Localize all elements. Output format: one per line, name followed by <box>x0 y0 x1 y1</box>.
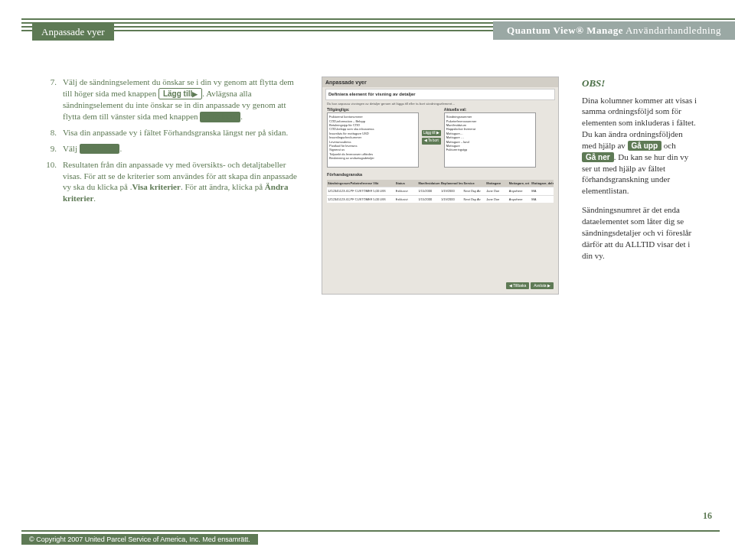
note-heading: OBS! <box>582 77 697 90</box>
right-list-label: Aktuella val: <box>444 107 536 112</box>
note-para2: Sändningsnumret är det enda dataelemente… <box>582 204 697 261</box>
main-content: 7.Välj de sändningselement du önskar se … <box>46 77 697 295</box>
page-number: 16 <box>703 510 712 522</box>
finish-button[interactable]: Avsluta ▶ <box>531 282 554 289</box>
steps-column: 7.Välj de sändningselement du önskar se … <box>46 77 299 295</box>
dual-listbox: Tillgängliga: Fakturerat kontonummerCOD-… <box>327 107 554 168</box>
screenshot-desc: Du kan anpassa visningen av detaljer gen… <box>327 102 554 106</box>
note-para1: Dina kolumner kommer att visas i samma o… <box>582 95 697 197</box>
screenshot-title: Anpassade vyer <box>322 77 558 87</box>
add-button[interactable]: Lägg till ▶ <box>422 130 441 136</box>
table-row: 1Z12345123 4123 4123PF CUSTOMER0015,00 L… <box>327 195 554 203</box>
screenshot-column: Anpassade vyer Definiera element för vis… <box>322 77 559 295</box>
document-title: Quantum View® Manage Användarhandledning <box>493 21 735 40</box>
preview-header-row: SändningsnummerPaketreferensnummerViktSt… <box>327 180 554 187</box>
table-row: 1Z12345123 4123 4123PF CUSTOMER0015,00 L… <box>327 187 554 194</box>
embedded-screenshot: Anpassade vyer Definiera element för vis… <box>322 77 559 295</box>
note-column: OBS! Dina kolumner kommer att visas i sa… <box>582 77 697 295</box>
step: 9.Välj Avsluta▶. <box>46 143 299 155</box>
section-tab: Anpassade vyer <box>32 23 114 41</box>
preview-title: Förhandsgranska <box>327 172 554 177</box>
available-listbox[interactable]: Fakturerat kontonummerCOD-information – … <box>327 112 419 168</box>
selected-listbox[interactable]: SändningsnummerPaketreferensnummerManife… <box>444 112 536 168</box>
left-list-label: Tillgängliga: <box>327 107 419 112</box>
remove-button[interactable]: ◀ Ta bort <box>422 138 441 144</box>
go-up-button: Gå upp <box>628 141 662 151</box>
footer: © Copyright 2007 United Parcel Service o… <box>21 530 720 545</box>
copyright: © Copyright 2007 United Parcel Service o… <box>21 534 258 545</box>
screenshot-subtitle: Definiera element för visning av detalje… <box>325 89 555 99</box>
step: 7.Välj de sändningselement du önskar se … <box>46 77 299 122</box>
step: 8.Visa din anpassade vy i fältet Förhand… <box>46 127 299 138</box>
preview-table: Förhandsgranska SändningsnummerPaketrefe… <box>327 172 554 203</box>
step: 10.Resultaten från din anpassade vy med … <box>46 159 299 204</box>
back-button[interactable]: ◀ Tillbaka <box>506 282 529 289</box>
go-down-button: Gå ner <box>582 152 614 163</box>
